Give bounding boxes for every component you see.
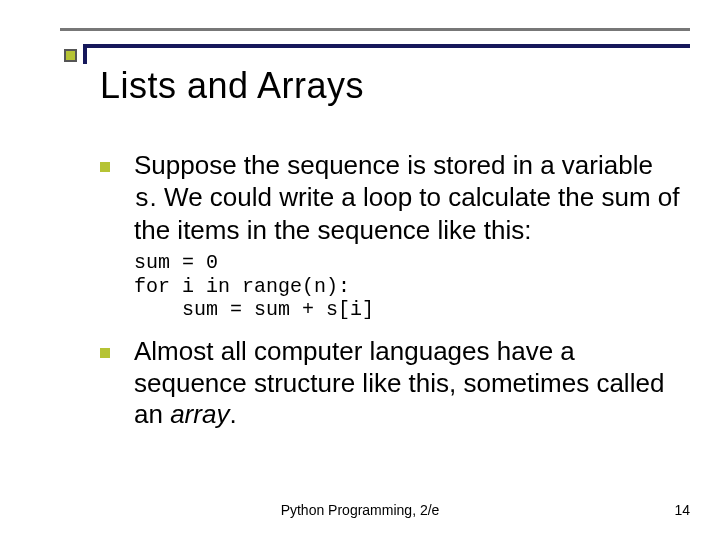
decoration-bar-navy-vertical [83, 44, 87, 64]
bullet-text: Almost all computer languages have a seq… [134, 336, 680, 431]
text-segment: Suppose the sequence is stored in a vari… [134, 150, 653, 180]
slide: Lists and Arrays Suppose the sequence is… [0, 0, 720, 540]
bullet-item: Suppose the sequence is stored in a vari… [100, 150, 680, 247]
footer-center-text: Python Programming, 2/e [0, 502, 720, 518]
bullet-item: Almost all computer languages have a seq… [100, 336, 680, 431]
decoration-bar-navy-horizontal [83, 44, 690, 48]
bullet-icon [100, 162, 110, 172]
decoration-square-icon [64, 49, 77, 62]
italic-term: array [170, 399, 229, 429]
footer-page-number: 14 [674, 502, 690, 518]
decoration-bar-gray [60, 28, 690, 31]
bullet-text: Suppose the sequence is stored in a vari… [134, 150, 680, 247]
code-block: sum = 0 for i in range(n): sum = sum + s… [134, 251, 680, 322]
bullet-icon [100, 348, 110, 358]
text-segment: . [229, 399, 236, 429]
text-segment: . We could write a loop to calculate the… [134, 182, 680, 246]
slide-title: Lists and Arrays [100, 65, 364, 107]
slide-body: Suppose the sequence is stored in a vari… [100, 150, 680, 435]
inline-code: s [134, 184, 150, 214]
